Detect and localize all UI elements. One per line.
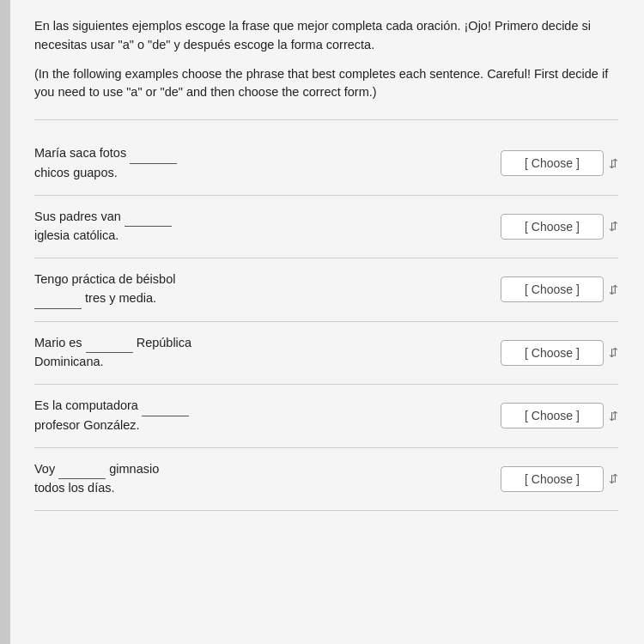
dropdown-wrapper-3: [ Choose ] a las de las al del ⇵	[501, 276, 618, 302]
blank-2	[125, 208, 172, 228]
sentence-4: Mario es RepúblicaDominicana.	[34, 334, 501, 373]
chevron-icon-1: ⇵	[609, 157, 618, 170]
main-content: En las siguientes ejemplos escoge la fra…	[34, 17, 618, 511]
dropdown-2[interactable]: [ Choose ] a la de la al del	[501, 214, 604, 240]
top-divider	[34, 119, 618, 120]
exercise-row-5: Es la computadora profesor González. [ C…	[34, 385, 618, 448]
sentence-3: Tengo práctica de béisbol tres y media.	[34, 270, 501, 309]
sentence-5: Es la computadora profesor González.	[34, 397, 501, 435]
dropdown-6[interactable]: [ Choose ] al del a la de la	[501, 466, 604, 492]
blank-5	[142, 397, 189, 416]
exercise-row-6: Voy gimnasiotodos los días. [ Choose ] a…	[34, 448, 618, 512]
exercise-row-3: Tengo práctica de béisbol tres y media. …	[34, 258, 618, 322]
dropdown-wrapper-2: [ Choose ] a la de la al del ⇵	[501, 214, 618, 240]
dropdown-wrapper-1: [ Choose ] a los de los al del ⇵	[501, 150, 618, 176]
dropdown-1[interactable]: [ Choose ] a los de los al del	[501, 150, 604, 176]
dropdown-wrapper-5: [ Choose ] del al de la a la ⇵	[501, 403, 618, 428]
instructions-block: En las siguientes ejemplos escoge la fra…	[34, 17, 618, 102]
instructions-spanish: En las siguientes ejemplos escoge la fra…	[34, 17, 618, 55]
dropdown-4[interactable]: [ Choose ] de la a la del al	[501, 340, 604, 366]
chevron-icon-4: ⇵	[609, 346, 618, 359]
instructions-english: (In the following examples choose the ph…	[34, 65, 618, 103]
chevron-icon-5: ⇵	[609, 410, 618, 422]
dropdown-wrapper-6: [ Choose ] al del a la de la ⇵	[501, 466, 618, 492]
left-border-accent	[0, 0, 10, 644]
blank-4	[86, 334, 133, 354]
chevron-icon-2: ⇵	[609, 220, 618, 233]
dropdown-3[interactable]: [ Choose ] a las de las al del	[501, 276, 604, 302]
blank-1	[130, 144, 177, 164]
chevron-icon-6: ⇵	[609, 472, 618, 485]
blank-6	[58, 460, 106, 480]
exercise-row-4: Mario es RepúblicaDominicana. [ Choose ]…	[34, 322, 618, 386]
sentence-2: Sus padres van iglesia católica.	[34, 208, 501, 246]
page-container: En las siguientes ejemplos escoge la fra…	[0, 0, 644, 644]
dropdown-5[interactable]: [ Choose ] del al de la a la	[501, 403, 604, 428]
exercise-row-2: Sus padres van iglesia católica. [ Choos…	[34, 196, 618, 259]
blank-3	[34, 289, 82, 309]
sentence-1: María saca fotos chicos guapos.	[34, 144, 501, 183]
chevron-icon-3: ⇵	[609, 283, 618, 296]
dropdown-wrapper-4: [ Choose ] de la a la del al ⇵	[501, 340, 618, 366]
exercise-row-1: María saca fotos chicos guapos. [ Choose…	[34, 132, 618, 196]
sentence-6: Voy gimnasiotodos los días.	[34, 460, 501, 499]
